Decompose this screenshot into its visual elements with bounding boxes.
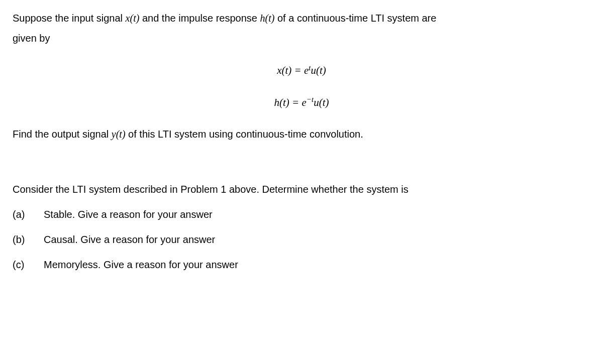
- sub-question-label: (a): [13, 206, 44, 222]
- text-part: of a continuous-time LTI system are: [274, 13, 436, 24]
- eq-rhs: u(t): [314, 96, 329, 108]
- sub-question-text: Memoryless. Give a reason for your answe…: [44, 257, 238, 273]
- text-part: of this LTI system using continuous-time…: [126, 129, 363, 140]
- eq-lhs: h(t) = e: [274, 96, 306, 108]
- followup-intro: Consider the LTI system described in Pro…: [13, 181, 590, 197]
- sub-question-text: Stable. Give a reason for your answer: [44, 206, 213, 222]
- sub-question-a: (a) Stable. Give a reason for your answe…: [13, 206, 590, 222]
- sub-question-c: (c) Memoryless. Give a reason for your a…: [13, 257, 590, 273]
- problem-intro-line2: given by: [13, 30, 590, 46]
- math-x-of-t: x(t): [126, 13, 140, 24]
- equation-x: x(t) = etu(t): [13, 61, 590, 79]
- math-y-of-t: y(t): [112, 129, 126, 140]
- sub-question-text: Causal. Give a reason for your answer: [44, 231, 215, 248]
- text-part: Suppose the input signal: [13, 13, 126, 24]
- problem-intro-line1: Suppose the input signal x(t) and the im…: [13, 10, 590, 26]
- math-h-of-t: h(t): [260, 13, 275, 24]
- text-part: and the impulse response: [139, 13, 260, 24]
- sub-question-list: (a) Stable. Give a reason for your answe…: [13, 206, 590, 273]
- text-part: Find the output signal: [13, 129, 112, 140]
- eq-exponent: −t: [307, 95, 314, 103]
- problem-task: Find the output signal y(t) of this LTI …: [13, 126, 590, 142]
- section-spacer: [13, 146, 590, 181]
- eq-rhs: u(t): [311, 64, 326, 76]
- sub-question-label: (b): [13, 231, 44, 248]
- sub-question-label: (c): [13, 257, 44, 273]
- equation-h: h(t) = e−tu(t): [13, 93, 590, 111]
- eq-lhs: x(t) = e: [277, 64, 309, 76]
- sub-question-b: (b) Causal. Give a reason for your answe…: [13, 231, 590, 248]
- eq-exponent: t: [309, 64, 311, 72]
